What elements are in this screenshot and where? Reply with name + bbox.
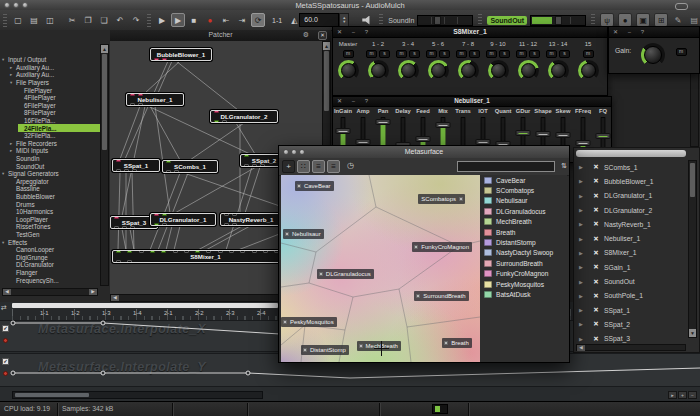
- sidebar-item-input-output[interactable]: ▾Input / Output: [0, 56, 100, 64]
- input-port[interactable]: [139, 250, 144, 253]
- sidebar-item-bubbleblower[interactable]: BubbleBlower: [0, 193, 100, 201]
- undo-button[interactable]: ↶: [113, 13, 127, 27]
- input-port[interactable]: [154, 213, 159, 216]
- sidebar-item-flanger[interactable]: Flanger: [0, 269, 100, 277]
- expand-icon[interactable]: ▶: [574, 293, 588, 299]
- titlebar-widget-icon[interactable]: [675, 3, 688, 10]
- input-port[interactable]: [127, 250, 132, 253]
- patcher-node-scombs-1[interactable]: SCombs_1: [162, 160, 218, 173]
- solo-button[interactable]: s: [499, 50, 510, 58]
- solo-button[interactable]: s: [439, 50, 450, 58]
- solo-button[interactable]: s: [469, 50, 480, 58]
- output-port[interactable]: [214, 120, 219, 123]
- snapshot-item-batsatdusk[interactable]: BatsAtDusk: [480, 289, 567, 299]
- input-port[interactable]: [150, 250, 155, 253]
- delete-icon[interactable]: ✕: [588, 192, 604, 200]
- automation-line-x[interactable]: [13, 323, 280, 334]
- patcher-node-nebuliser-1[interactable]: Nebuliser_1: [126, 93, 184, 106]
- copy-button[interactable]: ❐: [81, 13, 95, 27]
- input-port[interactable]: [166, 160, 171, 163]
- delete-icon[interactable]: ✕: [588, 177, 604, 185]
- sidebar-item-testgen[interactable]: TestGen: [0, 231, 100, 239]
- soundin-widget[interactable]: SoundIn: [388, 15, 473, 26]
- search-input[interactable]: [457, 161, 555, 172]
- gain-knob[interactable]: [641, 43, 665, 67]
- save-button[interactable]: ◫: [43, 13, 57, 27]
- tempo-value[interactable]: 60.0: [299, 13, 339, 27]
- open-button[interactable]: ▤: [27, 13, 41, 27]
- gain-titlebar[interactable]: ✕ − ?: [609, 27, 699, 38]
- expand-icon[interactable]: ▶: [574, 164, 588, 170]
- output-port[interactable]: [154, 58, 159, 61]
- toolbar-grip[interactable]: [3, 13, 7, 27]
- mute-button[interactable]: m: [516, 50, 527, 58]
- channel-gain-knob[interactable]: [428, 60, 449, 81]
- input-port[interactable]: [138, 93, 143, 96]
- delete-icon[interactable]: ✕: [588, 235, 604, 243]
- slider-handle[interactable]: [336, 128, 351, 134]
- record-button[interactable]: ●: [203, 13, 217, 27]
- input-port[interactable]: [240, 250, 245, 253]
- output-port[interactable]: [116, 169, 121, 172]
- snapshot-item-cavebear[interactable]: CaveBear: [480, 175, 567, 185]
- surface-snapshot-nebulisaur[interactable]: Nebulisaur: [283, 229, 324, 239]
- doc-item-soundout[interactable]: ▶✕SoundOut: [574, 274, 687, 288]
- delete-icon[interactable]: ✕: [588, 220, 604, 228]
- input-port[interactable]: [206, 250, 211, 253]
- sidebar-item-8fileplayer[interactable]: 8FilePlayer: [0, 109, 100, 117]
- surface-snapshot-scombatops[interactable]: SCombatops: [418, 194, 465, 204]
- output-port[interactable]: [127, 260, 132, 263]
- snapshot-item-scombatops[interactable]: SCombatops: [480, 185, 567, 195]
- output-port[interactable]: [132, 169, 137, 172]
- channel-gain-knob[interactable]: [578, 60, 599, 81]
- sidebar-item-drums[interactable]: Drums: [0, 200, 100, 208]
- mute-button[interactable]: m: [486, 50, 497, 58]
- toolbar-grip[interactable]: [379, 13, 383, 27]
- snapshot-item-nebulisaur[interactable]: Nebulisaur: [480, 196, 567, 206]
- mute-button[interactable]: m: [366, 50, 377, 58]
- input-port[interactable]: [161, 250, 166, 253]
- metasurface-pad[interactable]: CaveBearSCombatopsNebulisaurFunkyCroMagn…: [281, 175, 480, 362]
- patcher-close-icon[interactable]: ✕: [318, 31, 327, 40]
- snapshot-item-breath[interactable]: Breath: [480, 227, 567, 237]
- input-port[interactable]: [224, 213, 229, 216]
- grid-view-icon[interactable]: ∷: [297, 160, 310, 173]
- tempo-stepper[interactable]: ▲▼: [339, 13, 349, 27]
- skip-start-button[interactable]: ⇤: [219, 13, 233, 27]
- sort-icon[interactable]: ⇅: [561, 162, 567, 170]
- expand-icon[interactable]: ▶: [574, 279, 588, 285]
- expand-icon[interactable]: ▶: [574, 221, 588, 227]
- patcher-view-button[interactable]: ψ: [600, 13, 614, 27]
- sidebar-item-dlgranulator[interactable]: DLGranulator: [0, 261, 100, 269]
- input-port[interactable]: [130, 93, 135, 96]
- output-port[interactable]: [114, 226, 119, 229]
- document-button[interactable]: ▤: [687, 13, 700, 27]
- list-view-icon[interactable]: ≡: [312, 160, 325, 173]
- mute-button[interactable]: m: [546, 50, 557, 58]
- output-port[interactable]: [138, 103, 143, 106]
- edit-tool-button[interactable]: ✎: [671, 13, 685, 27]
- expand-icon[interactable]: ▶: [574, 307, 588, 313]
- soundout-widget[interactable]: SoundOut: [487, 15, 586, 26]
- delete-icon[interactable]: ✕: [588, 163, 604, 171]
- expand-icon[interactable]: ▶: [574, 264, 588, 270]
- solo-button[interactable]: s: [409, 50, 420, 58]
- channel-gain-knob[interactable]: [548, 60, 569, 81]
- stop-button[interactable]: ■: [187, 13, 201, 27]
- solo-button[interactable]: s: [379, 50, 390, 58]
- doc-item-nebuliser-1[interactable]: ▶✕Nebuliser_1: [574, 231, 687, 245]
- output-port[interactable]: [124, 169, 129, 172]
- delete-icon[interactable]: ✕: [588, 263, 604, 271]
- sidebar-item-loopplayer[interactable]: LoopPlayer: [0, 215, 100, 223]
- output-port[interactable]: [244, 164, 249, 167]
- sidebar-item-10harmonics[interactable]: 10Harmonics: [0, 208, 100, 216]
- palette-vertical-scrollbar[interactable]: ▲: [100, 44, 109, 286]
- slider-handle[interactable]: [556, 132, 571, 138]
- input-port[interactable]: [114, 216, 119, 219]
- automation-line-y[interactable]: [13, 368, 700, 378]
- doc-item-sspat-3[interactable]: ▶✕SSpat_3: [574, 332, 687, 344]
- doclist-top-scrollbar[interactable]: [576, 150, 686, 157]
- doc-item-nastyreverb-1[interactable]: ▶✕NastyReverb_1: [574, 217, 687, 231]
- input-port[interactable]: [116, 250, 121, 253]
- doc-item-s8mixer-1[interactable]: ▶✕S8Mixer_1: [574, 246, 687, 260]
